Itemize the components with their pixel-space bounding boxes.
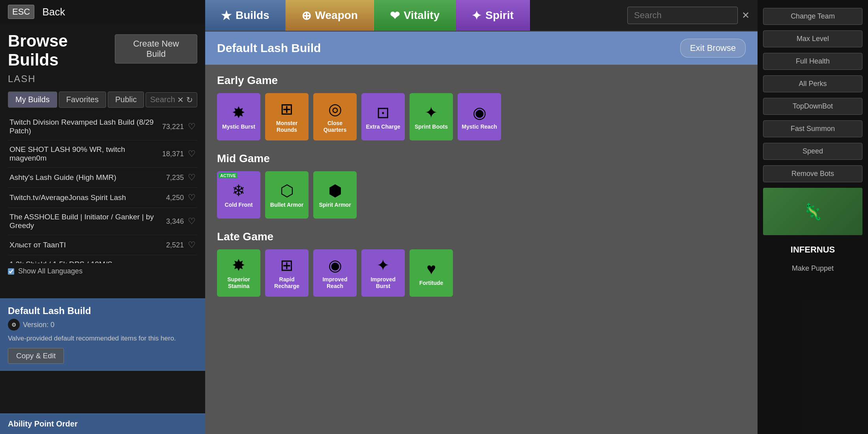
item-label: Improved Reach [316,276,354,290]
list-item[interactable]: 1.3k Shield / 1.5k DPS / 19M/S - by_skip… [8,255,197,263]
item-label: Monster Rounds [268,120,305,133]
list-item[interactable]: Twitch.tv/AverageJonas Spirit Lash 4,250… [8,188,197,208]
heart-icon[interactable]: ♡ [188,149,196,159]
right-hero-name: INFERNUS [763,241,862,259]
section-title: Mid Game [217,152,746,165]
item-card[interactable]: ✦ Sprint Boots [410,93,453,140]
section-title: Late Game [217,230,746,243]
item-card[interactable]: ♥ Fortitude [410,249,453,297]
version-text: Version: 0 [23,321,54,329]
item-label: Mystic Burst [222,123,255,130]
heart-icon[interactable]: ♡ [188,193,196,203]
search-clear-icon[interactable]: ✕ [177,95,184,105]
exit-browse-button[interactable]: Exit Browse [680,39,746,58]
main-search-clear-icon[interactable]: ✕ [742,10,750,21]
right-button-change-team[interactable]: Change Team [763,8,862,25]
right-button-all-perks[interactable]: All Perks [763,75,862,92]
heart-icon[interactable]: ♡ [188,172,196,183]
weapon-tab-label: Weapon [315,9,358,22]
item-label: Superior Stamina [220,276,257,290]
list-item[interactable]: The ASSHOLE Build | Initiator / Ganker |… [8,208,197,235]
build-likes: 3,346 [166,217,184,226]
show-all-label: Show All Languages [18,267,82,275]
item-icon: ⊞ [280,257,294,273]
build-likes: 73,221 [162,123,184,131]
item-card[interactable]: ◉ Mystic Reach [458,93,501,140]
item-label: Cold Front [225,202,253,208]
right-button-fast-summon[interactable]: Fast Summon [763,120,862,137]
selected-build-title: Default Lash Build [8,305,197,316]
section-early-game: Early Game ✸ Mystic Burst ⊞ Monster Roun… [217,74,746,140]
item-card[interactable]: ✸ Superior Stamina [217,249,260,297]
tab-spirit[interactable]: ✦ Spirit [456,0,530,31]
item-card[interactable]: ✸ Mystic Burst [217,93,260,140]
item-icon: ✸ [232,257,245,273]
item-icon: ⬡ [280,183,294,198]
left-panel: Browse Builds Create New Build LASH My B… [0,24,205,434]
tab-vitality[interactable]: ❤ Vitality [374,0,456,31]
list-item[interactable]: Хлыст от TaanTI 2,521 ♡ [8,235,197,255]
item-card[interactable]: ⊞ Monster Rounds [265,93,309,140]
item-card[interactable]: ◎ Close Quarters [313,93,357,140]
item-label: Fortitude [419,280,443,286]
build-likes: 4,250 [166,194,184,202]
item-icon: ⊞ [280,101,294,117]
create-build-button[interactable]: Create New Build [115,34,197,64]
esc-button[interactable]: ESC [8,5,34,19]
build-content: Default Lash Build Exit Browse Early Gam… [205,32,758,434]
right-button-remove-bots[interactable]: Remove Bots [763,165,862,182]
heart-icon[interactable]: ♡ [188,122,196,132]
item-card[interactable]: ⊡ Extra Charge [361,93,405,140]
heart-icon[interactable]: ♡ [188,240,196,250]
main-search-input[interactable] [627,7,738,24]
item-label: Spirit Armor [319,202,351,208]
item-label: Extra Charge [366,123,400,130]
item-label: Mystic Reach [462,123,497,130]
item-card[interactable]: ✦ Improved Burst [361,249,405,297]
right-button-speed[interactable]: Speed [763,143,862,160]
tab-navigation: ★ Builds ⊕ Weapon ❤ Vitality ✦ Spirit ✕ [205,0,758,32]
right-button-full-health[interactable]: Full Health [763,53,862,70]
build-tabs: My Builds Favorites Public ✕ ↻ [8,92,197,108]
search-refresh-icon[interactable]: ↻ [186,95,193,105]
build-likes: 7,235 [166,174,184,182]
right-button-max-level[interactable]: Max Level [763,30,862,47]
spirit-tab-label: Spirit [485,9,514,22]
right-button-topdownbot[interactable]: TopDownBot [763,98,862,115]
item-card[interactable]: ACTIVE ❄ Cold Front [217,171,260,219]
build-search-input[interactable] [150,95,177,104]
items-row: ✸ Superior Stamina ⊞ Rapid Recharge ◉ Im… [217,249,746,297]
item-card[interactable]: ⬢ Spirit Armor [313,171,357,219]
back-button[interactable]: Back [42,6,65,18]
item-card[interactable]: ◉ Improved Reach [313,249,357,297]
item-icon: ✦ [425,105,438,120]
item-icon: ❄ [232,183,245,198]
build-likes: 18,371 [162,150,184,158]
build-list: Twitch Division Revamped Lash Build (8/2… [8,113,197,263]
list-item[interactable]: Ashty's Lash Guide (High MMR) 7,235 ♡ [8,168,197,188]
active-badge: ACTIVE [219,173,238,178]
section-title: Early Game [217,74,746,87]
make-puppet-button[interactable]: Make Puppet [763,264,862,273]
vitality-icon: ❤ [390,9,400,22]
items-row: ✸ Mystic Burst ⊞ Monster Rounds ◎ Close … [217,93,746,140]
list-item[interactable]: ONE SHOT LASH 90% WR, twitch magven0m 18… [8,140,197,168]
item-card[interactable]: ⊞ Rapid Recharge [265,249,309,297]
item-label: Bullet Armor [270,202,303,208]
page-title: Browse Builds [8,32,115,69]
tab-favorites[interactable]: Favorites [59,92,106,108]
tab-public[interactable]: Public [108,92,144,108]
copy-edit-button[interactable]: Copy & Edit [8,348,64,364]
build-name: 1.3k Shield / 1.5k DPS / 19M/S - by_skip… [9,260,166,263]
show-all-checkbox[interactable] [8,268,14,275]
heart-icon[interactable]: ♡ [188,216,196,226]
tab-my-builds[interactable]: My Builds [8,92,57,108]
item-card[interactable]: ⬡ Bullet Armor [265,171,309,219]
build-name: The ASSHOLE Build | Initiator / Ganker |… [9,213,166,230]
list-item[interactable]: Twitch Division Revamped Lash Build (8/2… [8,113,197,140]
tab-builds[interactable]: ★ Builds [205,0,286,31]
tab-weapon[interactable]: ⊕ Weapon [286,0,374,31]
show-all-languages-row: Show All Languages [8,263,197,279]
version-row: ⚙ Version: 0 [8,319,197,331]
item-icon: ♥ [427,261,436,277]
